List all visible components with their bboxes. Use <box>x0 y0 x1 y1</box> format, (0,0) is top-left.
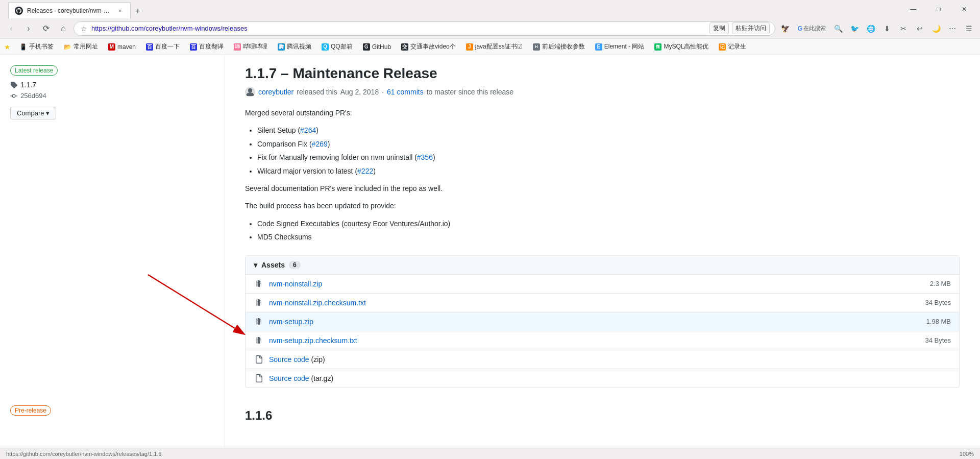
tab-favicon <box>15 7 23 15</box>
sidebar: Latest release 1.1.7 256d694 Compare ▾ P… <box>0 55 225 448</box>
commits-link[interactable]: 61 commits <box>387 88 424 96</box>
bookmark-translate[interactable]: 百 百度翻译 <box>187 41 227 52</box>
sidebar-commit-hash: 256d694 <box>20 92 46 100</box>
bookmark-phone[interactable]: 📱 手机书签 <box>16 41 57 52</box>
asset-row-nvm-setup-zip: nvm-setup.zip 1.98 MB <box>246 312 959 331</box>
status-url: https://github.com/coreybutler/nvm-windo… <box>6 451 161 457</box>
bookmark-star[interactable]: ☆ <box>79 24 88 33</box>
more-button[interactable]: ⋯ <box>945 21 960 36</box>
bookmark-tencent[interactable]: 腾 腾讯视频 <box>275 41 314 52</box>
pr-264-link[interactable]: #264 <box>300 126 316 134</box>
copy-button[interactable]: 复制 <box>709 22 729 34</box>
bullet-item-code-signed: Code Signed Executables (courtesy Ecor V… <box>257 218 960 229</box>
bookmark-element-label: Element - 网站 <box>604 42 645 51</box>
bookmark-java-label: java配置ss证书☑ <box>475 42 523 51</box>
asset-nvm-setup-zip-link[interactable]: nvm-setup.zip <box>269 318 926 326</box>
asset-nvm-noinstall-checksum-link[interactable]: nvm-noinstall.zip.checksum.txt <box>269 299 925 307</box>
bookmark-github[interactable]: G GitHub <box>360 42 394 52</box>
close-button[interactable]: ✕ <box>952 2 976 17</box>
undo-button[interactable]: ↩ <box>913 21 927 36</box>
sidebar-version: 1.1.7 <box>20 81 36 89</box>
element-icon: E <box>595 43 602 51</box>
zip-icon <box>254 279 264 289</box>
bookmark-java[interactable]: J java配置ss证书☑ <box>463 41 526 52</box>
bookmark-phone-label: 手机书签 <box>29 42 54 51</box>
pr-356-link[interactable]: #356 <box>417 153 433 161</box>
asset-source-zip-link[interactable]: Source code (zip) <box>269 355 951 364</box>
new-tab-button[interactable]: + <box>131 4 145 18</box>
compare-dropdown-icon: ▾ <box>46 109 50 117</box>
search-google-button[interactable]: G 在此搜索 <box>795 21 829 36</box>
bookmark-translate-label: 百度翻译 <box>199 42 224 51</box>
active-tab[interactable]: Releases · coreybutler/nvm-wind... × <box>8 2 131 18</box>
accident-icon: 交 <box>401 43 408 51</box>
bookmark-wechat[interactable]: 微 MySQL高性能优 <box>651 41 712 52</box>
next-release-section: 1.1.6 <box>245 408 960 423</box>
baidu-icon: 百 <box>146 43 153 51</box>
bookmark-qqmail-label: QQ邮箱 <box>331 42 353 51</box>
bookmark-element[interactable]: E Element - 网站 <box>592 41 648 52</box>
bullet-list-2: Code Signed Executables (courtesy Ecor V… <box>257 218 960 243</box>
asset-source-targz-link[interactable]: Source code (tar.gz) <box>269 374 951 382</box>
commits-suffix: to master since this release <box>427 88 513 96</box>
bookmark-baidu[interactable]: 百 百度一下 <box>143 41 183 52</box>
google-search-hint: 在此搜索 <box>803 25 826 32</box>
asset-row-source-targz: Source code (tar.gz) <box>246 369 959 388</box>
minimize-button[interactable]: — <box>901 2 925 17</box>
bookmarks-bar: ★ 📱 手机书签 📂 常用网址 M maven 百 百度一下 百 百度翻译 哔 … <box>0 39 980 55</box>
assets-label: Assets <box>261 261 285 269</box>
frontend-icon: H <box>533 43 540 51</box>
compare-label: Compare <box>17 109 44 117</box>
bookmark-notes[interactable]: 记 记录生 <box>716 41 749 52</box>
bookmark-common[interactable]: 📂 常用网址 <box>61 41 101 52</box>
bookmark-bili[interactable]: 哔 哔哩哔哩 <box>231 41 271 52</box>
translate-icon: 百 <box>190 43 197 51</box>
address-input[interactable] <box>91 25 706 32</box>
bookmark-accident[interactable]: 交 交通事故video个 <box>398 41 459 52</box>
bookmark-qqmail[interactable]: Q QQ邮箱 <box>318 41 356 52</box>
night-mode-button[interactable]: 🌙 <box>929 21 943 36</box>
wechat-icon: 微 <box>654 43 662 51</box>
tab-close-button[interactable]: × <box>116 7 124 15</box>
extensions-button[interactable]: 🦅 <box>778 21 793 36</box>
bookmark-baidu-label: 百度一下 <box>155 42 180 51</box>
zip-icon-4 <box>254 335 264 346</box>
pr-269-link[interactable]: #269 <box>312 140 328 148</box>
tencent-icon: 腾 <box>278 43 285 51</box>
assets-count: 6 <box>289 261 301 269</box>
asset-nvm-noinstall-zip-link[interactable]: nvm-noinstall.zip <box>269 280 930 288</box>
release-date: Aug 2, 2018 <box>340 88 379 96</box>
home-button[interactable]: ⌂ <box>56 21 70 36</box>
body-paragraph-2: Several documentation PR's were included… <box>245 183 960 194</box>
maximize-button[interactable]: □ <box>927 2 950 17</box>
back-button[interactable]: ‹ <box>4 21 18 36</box>
compare-button[interactable]: Compare ▾ <box>10 107 56 119</box>
address-bar-container: ☆ 复制 粘贴并访问 <box>74 21 775 36</box>
pr-222-link[interactable]: #222 <box>357 167 373 175</box>
user-profile-button[interactable]: 🐦 <box>847 21 862 36</box>
author-link[interactable]: coreybutler <box>258 88 293 96</box>
asset-nvm-setup-zip-size: 1.98 MB <box>926 318 951 325</box>
download-button[interactable]: ⬇ <box>880 21 894 36</box>
github-icon: G <box>363 43 370 51</box>
cut-button[interactable]: ✂ <box>896 21 911 36</box>
bookmark-frontend[interactable]: H 前后端接收参数 <box>530 41 588 52</box>
paste-visit-button[interactable]: 粘贴并访问 <box>732 22 770 34</box>
bookmark-maven[interactable]: M maven <box>105 42 139 52</box>
bookmark-maven-label: maven <box>117 43 136 51</box>
refresh-button[interactable]: ⟳ <box>39 21 53 36</box>
asset-nvm-noinstall-zip-size: 2.3 MB <box>930 280 951 287</box>
asset-nvm-setup-checksum-link[interactable]: nvm-setup.zip.checksum.txt <box>269 336 925 345</box>
color-picker-button[interactable]: 🌐 <box>864 21 878 36</box>
bullet-item: Wilcard major version to latest (#222) <box>257 165 960 177</box>
zip-icon-2 <box>254 298 264 308</box>
forward-button[interactable]: › <box>21 21 36 36</box>
pre-release-badge: Pre-release <box>10 405 51 416</box>
menu-button[interactable]: ☰ <box>962 21 976 36</box>
body-intro: Merged several outstanding PR's: <box>245 107 960 118</box>
search-button[interactable]: 🔍 <box>831 21 845 36</box>
java-icon: J <box>466 43 473 51</box>
source-icon-2 <box>254 373 264 383</box>
assets-header[interactable]: ▾ Assets 6 <box>246 256 959 275</box>
asset-row-nvm-noinstall-checksum: nvm-noinstall.zip.checksum.txt 34 Bytes <box>246 294 959 312</box>
